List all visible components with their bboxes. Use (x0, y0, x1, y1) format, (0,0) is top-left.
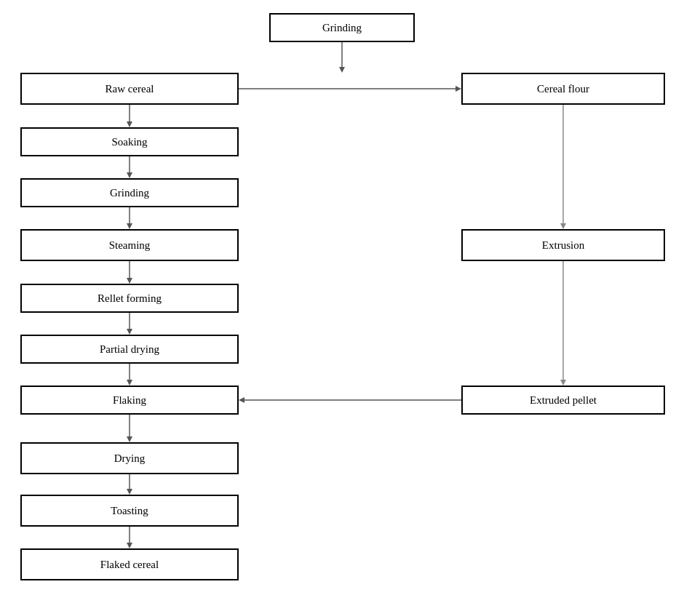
box-rellet-forming: Rellet forming (20, 284, 239, 313)
svg-marker-23 (560, 223, 566, 229)
box-toasting: Toasting (20, 495, 239, 527)
box-grinding-top: Grinding (269, 13, 415, 42)
box-soaking: Soaking (20, 127, 239, 156)
svg-marker-15 (127, 436, 132, 442)
box-flaking: Flaking (20, 386, 239, 415)
box-steaming: Steaming (20, 229, 239, 261)
box-extruded-pellet: Extruded pellet (461, 386, 665, 415)
svg-marker-9 (127, 278, 132, 284)
box-cereal-flour: Cereal flour (461, 73, 665, 105)
svg-marker-1 (339, 67, 345, 73)
box-extrusion: Extrusion (461, 229, 665, 261)
svg-marker-11 (127, 329, 132, 335)
svg-marker-19 (127, 543, 132, 548)
svg-marker-21 (456, 86, 461, 92)
box-grinding: Grinding (20, 178, 239, 207)
diagram: Grinding Raw cereal Soaking Grinding Ste… (0, 0, 700, 595)
svg-marker-3 (127, 121, 132, 127)
box-drying: Drying (20, 442, 239, 474)
box-partial-drying: Partial drying (20, 335, 239, 364)
box-flaked-cereal: Flaked cereal (20, 548, 239, 580)
box-raw-cereal: Raw cereal (20, 73, 239, 105)
svg-marker-17 (127, 489, 132, 495)
svg-marker-13 (127, 380, 132, 386)
svg-marker-7 (127, 223, 132, 229)
svg-marker-27 (239, 397, 244, 403)
svg-marker-5 (127, 172, 132, 178)
svg-marker-25 (560, 380, 566, 386)
